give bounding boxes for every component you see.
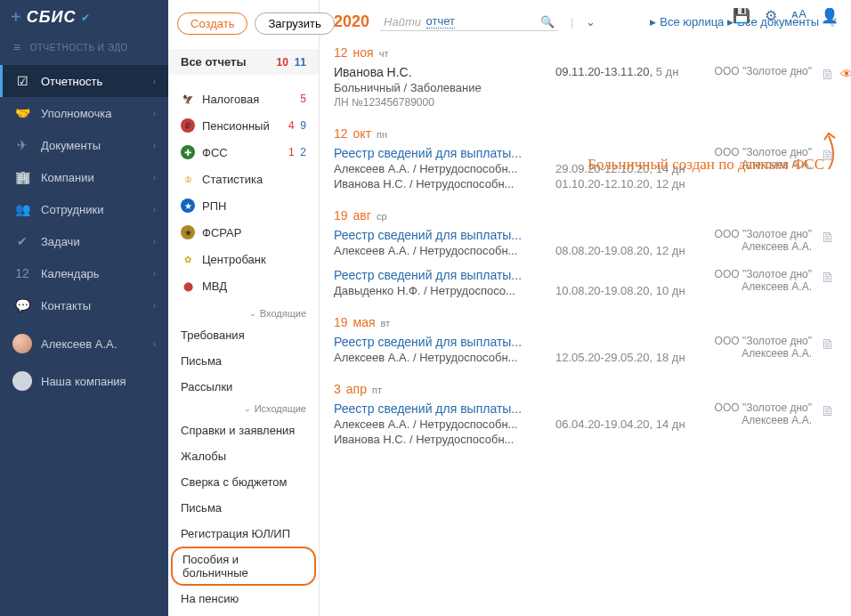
search-type-link[interactable]: отчет <box>426 14 455 28</box>
content-area: 💾 ⚙ ᴀA 👤 2020 Найти отчет 🔍 | ⌄ ▶ Все юр… <box>320 0 851 616</box>
filter-all-reports[interactable]: Все отчеты 10 11 <box>168 49 319 75</box>
save-icon[interactable]: 💾 <box>733 7 750 24</box>
sidebar-item-2[interactable]: ✈Документы› <box>0 129 168 161</box>
entry-title[interactable]: Реестр сведений для выплаты... <box>334 335 522 349</box>
entry-title[interactable]: Реестр сведений для выплаты... <box>334 228 522 242</box>
document-icon[interactable]: 🗎 <box>821 336 835 353</box>
search-icon[interactable]: 🔍 <box>540 15 555 28</box>
nav-label: Отчетность <box>41 75 102 88</box>
date-day: 12 <box>334 126 348 141</box>
year-filter[interactable]: 2020 <box>334 12 369 31</box>
outgoing-section[interactable]: ⌄Исходящие <box>168 400 319 417</box>
date-day: 19 <box>334 208 348 223</box>
filter-item-5[interactable]: ★ФСРАР <box>168 219 319 246</box>
outgoing-item-2[interactable]: Сверка с бюджетом <box>168 469 319 495</box>
filter-item-3[interactable]: ♔Статистика <box>168 166 319 192</box>
filter-orgs[interactable]: Все юрлица <box>660 15 724 28</box>
search-box[interactable]: Найти отчет 🔍 <box>380 12 558 31</box>
filter-item-1[interactable]: ₽Пенсионный4 9 <box>168 112 319 139</box>
sidebar-item-0[interactable]: ☑Отчетность› <box>0 65 168 97</box>
incoming-item-2[interactable]: Рассылки <box>168 374 319 400</box>
date-month: авг <box>353 208 371 223</box>
filter-label: МВД <box>202 280 227 293</box>
outgoing-item-0[interactable]: Справки и заявления <box>168 417 319 443</box>
sidebar-item-7[interactable]: 💬Контакты› <box>0 289 168 321</box>
entry-org: ООО "Золотое дно"Алексеев А.А. <box>715 401 812 426</box>
outgoing-item-6[interactable]: На пенсию <box>168 586 319 612</box>
filter-item-7[interactable]: ⬤МВД <box>168 272 319 299</box>
document-icon[interactable]: 🗎 <box>821 230 835 246</box>
sidebar-item-6[interactable]: 12Календарь› <box>0 257 168 289</box>
filter-item-6[interactable]: ✿Центробанк <box>168 246 319 272</box>
entry-4[interactable]: Реестр сведений для выплаты...Алексеев А… <box>320 333 851 373</box>
authority-icon: ✿ <box>181 252 195 266</box>
entry-ln: ЛН №123456789000 <box>334 94 837 109</box>
entry-3[interactable]: Реестр сведений для выплаты...Давыденко … <box>320 266 851 306</box>
entry-title[interactable]: Реестр сведений для выплаты... <box>334 401 522 416</box>
entry-0[interactable]: Иванова Н.С.09.11.20-13.11.20, 5 днБольн… <box>320 63 851 118</box>
outgoing-item-1[interactable]: Жалобы <box>168 443 319 469</box>
plus-icon[interactable]: + <box>11 7 21 28</box>
outgoing-item-4[interactable]: Регистрация ЮЛ/ИП <box>168 521 319 547</box>
entry-title[interactable]: Иванова Н.С. <box>334 65 412 79</box>
eye-icon[interactable]: 👁 <box>840 67 851 81</box>
count-red: 10 <box>277 56 288 69</box>
entry-line2: Больничный / Заболевание <box>334 79 837 94</box>
authority-icon: ★ <box>181 225 195 239</box>
date-weekday: пн <box>377 129 387 140</box>
date-weekday: чт <box>379 48 389 59</box>
gear-icon[interactable]: ⚙ <box>765 7 777 24</box>
entry-org: ООО "Золотое дно"Алексеев А.А. <box>715 335 812 360</box>
filter-label: Центробанк <box>202 253 266 266</box>
incoming-label: Входящие <box>260 308 306 319</box>
profile-icon[interactable]: 👤 <box>821 7 839 24</box>
entry-line3: Иванова Н.С. / Нетрудоспособн... <box>334 431 837 446</box>
bird-icon: ✔ <box>81 12 90 24</box>
date-month: мая <box>353 315 376 329</box>
chevron-right-icon: › <box>153 141 156 150</box>
document-icon[interactable]: 🗎 <box>821 67 835 83</box>
chevron-right-icon: › <box>153 109 156 118</box>
entry-5[interactable]: Реестр сведений для выплаты...Алексеев А… <box>320 400 851 455</box>
document-icon[interactable]: 🗎 <box>821 148 835 164</box>
date-row: 12октпн <box>320 118 851 144</box>
entry-1[interactable]: Реестр сведений для выплаты...Алексеев А… <box>320 144 851 199</box>
filter-item-4[interactable]: ★РПН <box>168 192 319 219</box>
incoming-item-0[interactable]: Требования <box>168 322 319 348</box>
authority-icon: ♔ <box>181 172 195 186</box>
entry-title[interactable]: Реестр сведений для выплаты... <box>334 146 522 160</box>
filter-label: Налоговая <box>202 93 259 106</box>
filter-label: Все отчеты <box>181 55 247 69</box>
date-row: 19авгср <box>320 199 851 226</box>
create-button[interactable]: Создать <box>177 12 247 35</box>
entry-title[interactable]: Реестр сведений для выплаты... <box>334 268 522 282</box>
entry-days: 10.08.20-19.08.20, 10 дн <box>555 284 685 297</box>
sidebar-item-5[interactable]: ✔Задачи› <box>0 225 168 257</box>
authority-icon: ⬤ <box>181 279 195 293</box>
document-icon[interactable]: 🗎 <box>821 403 835 419</box>
fontsize-icon[interactable]: ᴀA <box>791 7 806 24</box>
chevron-right-icon: › <box>153 77 156 86</box>
sidebar-company[interactable]: Наша компания <box>0 362 168 400</box>
sidebar-item-4[interactable]: 👥Сотрудники› <box>0 193 168 225</box>
filter-item-2[interactable]: ✚ФСС1 2 <box>168 139 319 166</box>
count-red: 4 <box>288 119 295 132</box>
menu-icon[interactable]: ≡ <box>13 40 21 54</box>
incoming-item-1[interactable]: Письма <box>168 348 319 374</box>
filter-item-0[interactable]: 🦅Налоговая5 <box>168 85 319 112</box>
filter-label: ФСРАР <box>202 226 241 239</box>
date-weekday: вт <box>381 318 391 328</box>
sidebar-user[interactable]: Алексеев А.А. › <box>0 325 168 362</box>
sidebar-item-1[interactable]: 🤝Уполномочка› <box>0 97 168 129</box>
outgoing-item-5[interactable]: Пособия и больничные <box>171 547 316 586</box>
outgoing-item-3[interactable]: Письма <box>168 495 319 521</box>
sidebar-company-name: Наша компания <box>41 375 126 388</box>
entry-org: ООО "Золотое дно" <box>715 65 812 77</box>
sidebar-subtitle: ОТЧЕТНОСТЬ И ЭДО <box>30 43 128 53</box>
sidebar-item-3[interactable]: 🏢Компании› <box>0 161 168 193</box>
dropdown-toggle[interactable]: ⌄ <box>586 15 596 28</box>
filter-label: РПН <box>202 199 226 213</box>
document-icon[interactable]: 🗎 <box>821 270 835 286</box>
incoming-section[interactable]: ⌄Входящие <box>168 304 319 322</box>
entry-2[interactable]: Реестр сведений для выплаты...Алексеев А… <box>320 226 851 266</box>
